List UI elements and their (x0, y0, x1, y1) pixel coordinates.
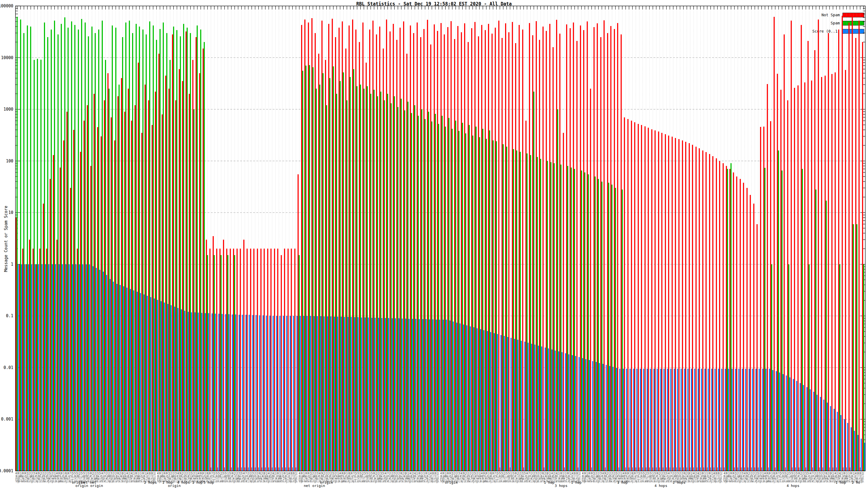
svg-text:net origin: net origin (304, 484, 325, 488)
svg-text:2 hops: 2 hops (673, 480, 685, 485)
svg-text:10: 10 (8, 210, 13, 215)
svg-text:100: 100 (6, 159, 13, 163)
svg-text:4 hops: 4 hops (786, 484, 799, 488)
svg-text:1 hop: 1 hop (192, 480, 203, 485)
svg-text:1 hop: 1 hop (617, 480, 628, 485)
y-tick-labels: 1000001000010001001010.10.010.0010.0001 (0, 3, 13, 474)
svg-text:0.01: 0.01 (3, 365, 13, 370)
svg-text:1: 1 (11, 262, 13, 267)
svg-text:2 hops: 2 hops (144, 480, 157, 485)
svg-text:4 hops: 4 hops (177, 480, 190, 485)
rbl-bar-chart-plot: 1000001000010001001010.10.010.0010.00014… (0, 0, 868, 488)
svg-text:1 hop: 1 hop (571, 480, 582, 485)
svg-text:1 hop: 1 hop (544, 480, 554, 485)
svg-text:origin origin: origin origin (75, 484, 103, 488)
svg-text:4 hops: 4 hops (654, 484, 667, 488)
svg-text:origin: origin (445, 480, 458, 485)
svg-text:forged-reverse-dns.origin.1.ho: forged-reverse-dns.origin.1.hop.list.dns… (16, 479, 864, 483)
svg-text:1000: 1000 (3, 107, 13, 112)
svg-text:3 hops: 3 hops (555, 484, 567, 488)
svg-text:100000: 100000 (0, 3, 13, 8)
svg-text:0.0001: 0.0001 (0, 468, 13, 474)
x-axis-label-mush: 4(0(1(0(0(3(2(2(3(4(9(2(2(2(2(5(2(1(4(0(… (16, 471, 864, 483)
svg-text:1 hop: 1 hop (835, 480, 846, 485)
svg-text:10000: 10000 (1, 55, 13, 60)
svg-text:0.001: 0.001 (1, 417, 13, 422)
rbl-statistics-screen: RBL Statistics - Sat Dec 19 12:58:02 EST… (0, 0, 868, 488)
svg-text:2 ho: 2 ho (852, 480, 860, 485)
svg-text:5 hop: 5 hop (204, 480, 214, 485)
svg-text:0.1: 0.1 (6, 314, 13, 318)
